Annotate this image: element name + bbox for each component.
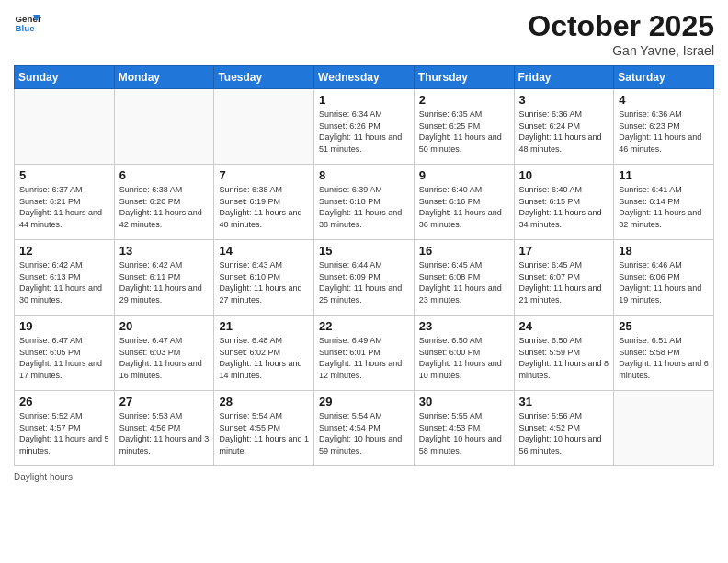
calendar-cell: 11Sunrise: 6:41 AM Sunset: 6:14 PM Dayli… [614,165,714,240]
week-row-1: 5Sunrise: 6:37 AM Sunset: 6:21 PM Daylig… [15,165,714,240]
day-info: Sunrise: 5:54 AM Sunset: 4:55 PM Dayligh… [219,410,309,456]
day-info: Sunrise: 5:53 AM Sunset: 4:56 PM Dayligh… [119,410,210,456]
calendar-cell: 4Sunrise: 6:36 AM Sunset: 6:23 PM Daylig… [614,89,714,165]
calendar-cell: 6Sunrise: 6:38 AM Sunset: 6:20 PM Daylig… [114,165,214,240]
calendar-cell [614,391,714,466]
day-number: 22 [319,319,409,333]
day-info: Sunrise: 6:44 AM Sunset: 6:09 PM Dayligh… [319,259,409,305]
week-row-0: 1Sunrise: 6:34 AM Sunset: 6:26 PM Daylig… [15,89,714,165]
day-number: 9 [419,168,509,182]
logo-icon: General Blue [14,9,41,37]
day-info: Sunrise: 6:45 AM Sunset: 6:07 PM Dayligh… [519,259,609,305]
week-row-3: 19Sunrise: 6:47 AM Sunset: 6:05 PM Dayli… [15,316,714,391]
day-number: 25 [619,319,709,333]
day-info: Sunrise: 6:38 AM Sunset: 6:20 PM Dayligh… [119,184,210,230]
day-number: 7 [219,168,309,182]
day-number: 19 [19,319,109,333]
calendar-cell: 10Sunrise: 6:40 AM Sunset: 6:15 PM Dayli… [514,165,614,240]
day-header-wednesday: Wednesday [314,66,415,89]
day-info: Sunrise: 6:43 AM Sunset: 6:10 PM Dayligh… [219,259,309,305]
calendar-cell: 25Sunrise: 6:51 AM Sunset: 5:58 PM Dayli… [614,316,714,391]
calendar-cell: 7Sunrise: 6:38 AM Sunset: 6:19 PM Daylig… [214,165,314,240]
day-number: 21 [219,319,309,333]
day-info: Sunrise: 6:47 AM Sunset: 6:05 PM Dayligh… [19,335,109,381]
day-info: Sunrise: 6:38 AM Sunset: 6:19 PM Dayligh… [219,184,309,230]
day-number: 17 [519,244,609,258]
calendar-cell: 26Sunrise: 5:52 AM Sunset: 4:57 PM Dayli… [15,391,115,466]
daylight-label: Daylight hours [14,472,73,482]
day-info: Sunrise: 5:54 AM Sunset: 4:54 PM Dayligh… [319,410,409,456]
calendar-cell: 1Sunrise: 6:34 AM Sunset: 6:26 PM Daylig… [314,89,415,165]
day-number: 3 [519,93,609,107]
day-number: 8 [319,168,409,182]
calendar-cell: 28Sunrise: 5:54 AM Sunset: 4:55 PM Dayli… [214,391,314,466]
calendar-cell: 31Sunrise: 5:56 AM Sunset: 4:52 PM Dayli… [514,391,614,466]
day-info: Sunrise: 6:47 AM Sunset: 6:03 PM Dayligh… [119,335,210,381]
title-block: October 2025 Gan Yavne, Israel [528,9,714,58]
day-info: Sunrise: 6:50 AM Sunset: 6:00 PM Dayligh… [419,335,509,381]
day-number: 16 [419,244,509,258]
day-header-sunday: Sunday [15,66,115,89]
calendar-cell [114,89,214,165]
calendar-cell: 13Sunrise: 6:42 AM Sunset: 6:11 PM Dayli… [114,240,214,316]
day-number: 12 [19,244,109,258]
day-header-monday: Monday [114,66,214,89]
logo: General Blue [14,9,41,37]
calendar-cell [15,89,115,165]
day-number: 30 [419,395,509,408]
day-info: Sunrise: 6:42 AM Sunset: 6:11 PM Dayligh… [119,259,210,305]
footer: Daylight hours [14,472,714,482]
day-number: 31 [519,395,609,408]
day-info: Sunrise: 6:34 AM Sunset: 6:26 PM Dayligh… [319,109,409,155]
day-number: 10 [519,168,609,182]
calendar-cell: 14Sunrise: 6:43 AM Sunset: 6:10 PM Dayli… [214,240,314,316]
location: Gan Yavne, Israel [528,43,714,58]
header-row: SundayMondayTuesdayWednesdayThursdayFrid… [15,66,714,89]
day-info: Sunrise: 5:56 AM Sunset: 4:52 PM Dayligh… [519,410,609,456]
day-header-tuesday: Tuesday [214,66,314,89]
day-number: 20 [119,319,210,333]
day-number: 18 [619,244,709,258]
calendar-cell: 23Sunrise: 6:50 AM Sunset: 6:00 PM Dayli… [414,316,514,391]
day-header-thursday: Thursday [414,66,514,89]
calendar-cell: 19Sunrise: 6:47 AM Sunset: 6:05 PM Dayli… [15,316,115,391]
week-row-2: 12Sunrise: 6:42 AM Sunset: 6:13 PM Dayli… [15,240,714,316]
day-info: Sunrise: 6:41 AM Sunset: 6:14 PM Dayligh… [619,184,709,230]
day-number: 11 [619,168,709,182]
day-info: Sunrise: 6:50 AM Sunset: 5:59 PM Dayligh… [519,335,609,381]
day-number: 28 [219,395,309,408]
day-info: Sunrise: 6:40 AM Sunset: 6:15 PM Dayligh… [519,184,609,230]
calendar-cell: 12Sunrise: 6:42 AM Sunset: 6:13 PM Dayli… [15,240,115,316]
calendar-cell: 3Sunrise: 6:36 AM Sunset: 6:24 PM Daylig… [514,89,614,165]
day-number: 26 [19,395,109,408]
calendar-cell: 15Sunrise: 6:44 AM Sunset: 6:09 PM Dayli… [314,240,415,316]
day-number: 24 [519,319,609,333]
day-number: 13 [119,244,210,258]
calendar-cell: 9Sunrise: 6:40 AM Sunset: 6:16 PM Daylig… [414,165,514,240]
day-info: Sunrise: 5:55 AM Sunset: 4:53 PM Dayligh… [419,410,509,456]
day-info: Sunrise: 6:42 AM Sunset: 6:13 PM Dayligh… [19,259,109,305]
day-info: Sunrise: 6:36 AM Sunset: 6:24 PM Dayligh… [519,109,609,155]
week-row-4: 26Sunrise: 5:52 AM Sunset: 4:57 PM Dayli… [15,391,714,466]
month-title: October 2025 [528,9,714,43]
calendar-cell: 27Sunrise: 5:53 AM Sunset: 4:56 PM Dayli… [114,391,214,466]
day-number: 5 [19,168,109,182]
day-info: Sunrise: 6:40 AM Sunset: 6:16 PM Dayligh… [419,184,509,230]
day-info: Sunrise: 6:45 AM Sunset: 6:08 PM Dayligh… [419,259,509,305]
day-info: Sunrise: 6:46 AM Sunset: 6:06 PM Dayligh… [619,259,709,305]
day-info: Sunrise: 6:37 AM Sunset: 6:21 PM Dayligh… [19,184,109,230]
calendar-cell: 22Sunrise: 6:49 AM Sunset: 6:01 PM Dayli… [314,316,415,391]
calendar-cell: 29Sunrise: 5:54 AM Sunset: 4:54 PM Dayli… [314,391,415,466]
day-number: 14 [219,244,309,258]
day-number: 4 [619,93,709,107]
day-info: Sunrise: 6:49 AM Sunset: 6:01 PM Dayligh… [319,335,409,381]
day-number: 29 [319,395,409,408]
day-number: 27 [119,395,210,408]
day-info: Sunrise: 6:36 AM Sunset: 6:23 PM Dayligh… [619,109,709,155]
day-number: 1 [319,93,409,107]
calendar-cell [214,89,314,165]
day-info: Sunrise: 6:39 AM Sunset: 6:18 PM Dayligh… [319,184,409,230]
calendar-cell: 30Sunrise: 5:55 AM Sunset: 4:53 PM Dayli… [414,391,514,466]
calendar-cell: 17Sunrise: 6:45 AM Sunset: 6:07 PM Dayli… [514,240,614,316]
day-info: Sunrise: 6:35 AM Sunset: 6:25 PM Dayligh… [419,109,509,155]
